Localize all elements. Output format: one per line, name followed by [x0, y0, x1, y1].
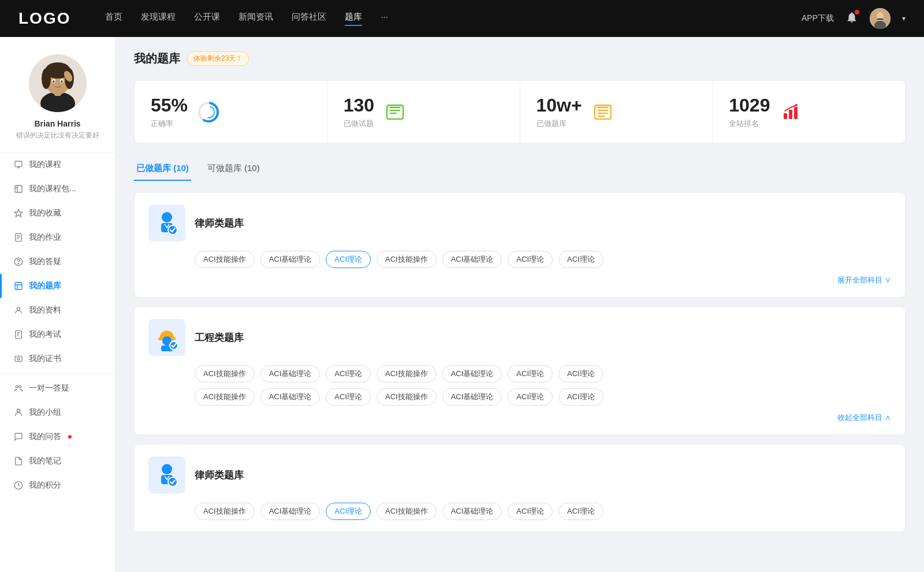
user-avatar[interactable] — [870, 8, 891, 29]
sidebar-item-homework[interactable]: 我的作业 — [0, 225, 115, 250]
nav-news[interactable]: 新闻资讯 — [239, 12, 273, 26]
points-icon — [14, 481, 23, 490]
package-icon — [14, 184, 23, 194]
sidebar-username: Brian Harris — [34, 119, 80, 128]
nav-open-course[interactable]: 公开课 — [194, 12, 220, 26]
note-icon — [14, 456, 23, 466]
page-title: 我的题库 — [134, 51, 180, 66]
qa-notification-dot — [68, 435, 72, 439]
bank-tag[interactable]: ACI技能操作 — [195, 388, 255, 406]
nav-qa[interactable]: 问答社区 — [292, 12, 326, 26]
tab-done[interactable]: 已做题库 (10) — [134, 157, 191, 181]
sidebar-divider-2 — [0, 373, 115, 374]
bank-card-1-expand[interactable]: 展开全部科目 ∨ — [148, 275, 891, 285]
bank-tag[interactable]: ACI技能操作 — [195, 503, 255, 520]
sidebar-item-course[interactable]: 我的课程 — [0, 153, 115, 177]
page-layout: Brian Harris 错误的决定比没有决定要好 我的课程 我的课程包... — [0, 0, 924, 572]
sidebar-item-cert[interactable]: 我的证书 — [0, 347, 115, 371]
svg-point-27 — [19, 385, 21, 388]
navbar-logo[interactable]: LOGO — [18, 9, 70, 28]
stat-done-banks: 10w+ 已做题库 — [520, 81, 713, 143]
bank-tag[interactable]: ACI基础理论 — [442, 365, 502, 382]
bank-tag[interactable]: ACI技能操作 — [195, 251, 255, 268]
bank-tag-active[interactable]: ACI理论 — [326, 503, 371, 520]
app-download[interactable]: APP下载 — [802, 13, 834, 24]
svg-point-50 — [168, 477, 177, 486]
bank-tag[interactable]: ACI基础理论 — [442, 388, 502, 406]
bank-tag[interactable]: ACI技能操作 — [195, 365, 255, 382]
bank-tag[interactable]: ACI基础理论 — [260, 365, 321, 382]
sidebar-item-exam[interactable]: 我的考试 — [0, 322, 115, 347]
svg-point-8 — [42, 68, 51, 89]
svg-rect-34 — [387, 105, 403, 108]
sidebar-item-profile-label: 我的资料 — [29, 305, 61, 315]
sidebar-item-points[interactable]: 我的积分 — [0, 473, 115, 497]
svg-rect-37 — [784, 113, 787, 119]
sidebar-item-notes-label: 我的笔记 — [29, 456, 61, 466]
bank-card-1: 律师类题库 ACI技能操作 ACI基础理论 ACI理论 ACI技能操作 ACI基… — [134, 192, 906, 298]
user-menu-caret[interactable]: ▾ — [902, 14, 906, 23]
bank-card-2-collapse[interactable]: 收起全部科目 ∧ — [148, 413, 891, 423]
nav-home[interactable]: 首页 — [105, 12, 122, 26]
bank-tag[interactable]: ACI理论 — [558, 251, 603, 268]
sidebar-item-points-label: 我的积分 — [29, 480, 61, 491]
bank-card-3: 律师类题库 ACI技能操作 ACI基础理论 ACI理论 ACI技能操作 ACI基… — [134, 444, 906, 532]
stat-done-questions-value: 130 — [344, 95, 374, 116]
bank-tag[interactable]: ACI理论 — [326, 365, 371, 382]
bank-tag[interactable]: ACI理论 — [558, 365, 603, 382]
sidebar-item-cert-label: 我的证书 — [29, 354, 61, 364]
sidebar-item-package[interactable]: 我的课程包... — [0, 177, 115, 201]
sidebar-item-course-label: 我的课程 — [29, 159, 61, 170]
bank-tag[interactable]: ACI基础理论 — [442, 503, 502, 520]
stat-done-banks-label: 已做题库 — [536, 118, 582, 129]
sidebar-item-qa[interactable]: 我的问答 — [0, 425, 115, 449]
sidebar-item-bank-label: 我的题库 — [29, 281, 61, 291]
tab-available[interactable]: 可做题库 (10) — [205, 157, 262, 181]
bank-tag[interactable]: ACI理论 — [558, 503, 603, 520]
bank-tag[interactable]: ACI理论 — [508, 388, 553, 406]
nav-more[interactable]: ··· — [381, 12, 388, 26]
sidebar-item-oneone[interactable]: 一对一答疑 — [0, 376, 115, 400]
svg-point-43 — [168, 225, 177, 235]
bank-tag[interactable]: ACI基础理论 — [260, 503, 321, 520]
bank-card-2-tags-row1: ACI技能操作 ACI基础理论 ACI理论 ACI技能操作 ACI基础理论 AC… — [148, 365, 891, 382]
sidebar-item-bank[interactable]: 我的题库 — [0, 274, 115, 298]
stat-rank-value: 1029 — [729, 95, 770, 116]
bank-tag[interactable]: ACI理论 — [558, 388, 603, 406]
group-icon — [14, 408, 23, 417]
sidebar-motto: 错误的决定比没有决定要好 — [16, 131, 99, 140]
sidebar-item-profile[interactable]: 我的资料 — [0, 298, 115, 322]
sidebar-item-notes[interactable]: 我的笔记 — [0, 449, 115, 473]
navbar-nav: 首页 发现课程 公开课 新闻资讯 问答社区 题库 ··· — [105, 12, 802, 26]
nav-discover[interactable]: 发现课程 — [141, 12, 176, 26]
svg-point-28 — [17, 409, 20, 412]
nav-bank[interactable]: 题库 — [345, 12, 362, 26]
bell-button[interactable] — [845, 11, 858, 26]
profile-icon — [14, 306, 23, 315]
stats-row: 55% 正确率 130 已做试题 — [134, 80, 906, 143]
sidebar-item-questions[interactable]: 我的答疑 — [0, 250, 115, 274]
navbar-right: APP下载 ▾ — [802, 8, 906, 29]
svg-rect-38 — [789, 110, 792, 119]
bank-tag[interactable]: ACI技能操作 — [377, 251, 437, 268]
oneone-icon — [14, 384, 23, 393]
bank-tag[interactable]: ACI基础理论 — [260, 388, 321, 406]
sidebar-item-favorites[interactable]: 我的收藏 — [0, 201, 115, 225]
bank-card-3-tags: ACI技能操作 ACI基础理论 ACI理论 ACI技能操作 ACI基础理论 AC… — [148, 503, 891, 520]
bank-tag[interactable]: ACI理论 — [508, 503, 553, 520]
bank-tag[interactable]: ACI基础理论 — [260, 251, 321, 268]
bank-tag[interactable]: ACI技能操作 — [377, 365, 437, 382]
bank-card-1-title: 律师类题库 — [195, 217, 244, 230]
bank-tag[interactable]: ACI技能操作 — [377, 388, 437, 406]
stat-accuracy-value: 55% — [151, 95, 188, 116]
bank-card-2: 工程类题库 ACI技能操作 ACI基础理论 ACI理论 ACI技能操作 ACI基… — [134, 307, 906, 435]
bank-tag[interactable]: ACI理论 — [326, 388, 371, 406]
bank-tag-active[interactable]: ACI理论 — [326, 251, 371, 268]
bank-tag[interactable]: ACI理论 — [508, 251, 553, 268]
bank-tag[interactable]: ACI理论 — [508, 365, 553, 382]
svg-rect-16 — [15, 185, 22, 192]
bank-tag[interactable]: ACI基础理论 — [442, 251, 502, 268]
bank-card-1-tags: ACI技能操作 ACI基础理论 ACI理论 ACI技能操作 ACI基础理论 AC… — [148, 251, 891, 268]
bank-tag[interactable]: ACI技能操作 — [377, 503, 437, 520]
sidebar-item-group[interactable]: 我的小组 — [0, 400, 115, 425]
